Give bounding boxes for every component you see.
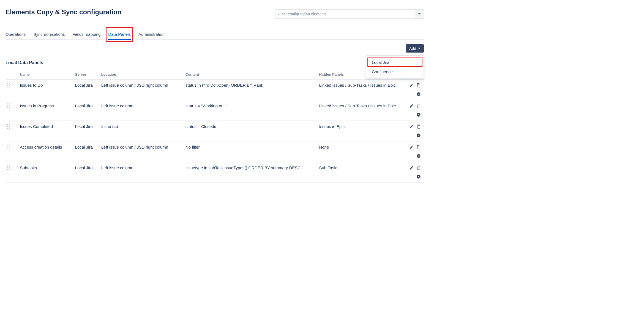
cell-content: issuetype in subTaskIssueTypes() ORDER B…	[183, 162, 316, 183]
edit-icon[interactable]	[409, 124, 414, 129]
add-menu-item-confluence[interactable]: Confluence	[368, 67, 422, 76]
tab-data-panels[interactable]: Data Panels	[108, 30, 131, 39]
drag-handle-icon[interactable]	[7, 165, 10, 170]
toolbar: Add Local JiraConfluence	[6, 44, 424, 53]
drag-handle-icon[interactable]	[7, 83, 10, 88]
remove-icon[interactable]	[416, 174, 421, 179]
cell-hidden: Linked issues / Sub-Tasks / Issues in Ep…	[316, 80, 403, 100]
copy-icon[interactable]	[416, 124, 421, 129]
cell-location: Left issue column	[99, 162, 183, 183]
tab-bar: OperationsSynchronisationsFields mapping…	[6, 30, 424, 40]
add-button-label: Add	[409, 46, 416, 51]
cell-location: Left issue column / JSD right column	[99, 80, 183, 100]
cell-hidden: Linked issues / Sub-Tasks / Issues in Ep…	[316, 100, 403, 121]
col-header-server: Server	[72, 70, 99, 80]
remove-icon[interactable]	[416, 154, 421, 158]
table-row: SubtasksLocal JiraLeft issue columnissue…	[6, 162, 424, 183]
remove-icon[interactable]	[416, 112, 421, 117]
add-button[interactable]: Add	[406, 44, 424, 53]
cell-server: Local Jira	[72, 121, 99, 141]
drag-handle-icon[interactable]	[7, 124, 10, 129]
cell-server: Local Jira	[72, 141, 99, 162]
cell-server: Local Jira	[72, 80, 99, 100]
page-header: Elements Copy & Sync configuration	[6, 7, 424, 19]
copy-icon[interactable]	[416, 165, 421, 170]
table-row: Issues to DoLocal JiraLeft issue column …	[6, 80, 424, 100]
cell-location: Left issue column / JSD right column	[99, 141, 183, 162]
edit-icon[interactable]	[409, 145, 414, 150]
cell-server: Local Jira	[72, 162, 99, 183]
col-header-handle	[6, 70, 17, 80]
tab-synchronisations[interactable]: Synchronisations	[33, 30, 65, 39]
add-menu-item-local-jira[interactable]: Local Jira	[368, 58, 422, 67]
caret-down-icon	[418, 13, 421, 15]
col-header-content: Content	[183, 70, 316, 80]
remove-icon[interactable]	[416, 133, 421, 138]
section-title: Local Data Panels	[6, 60, 424, 65]
drag-handle-icon[interactable]	[7, 145, 10, 150]
table-row: Issues in ProgressLocal JiraLeft issue c…	[6, 100, 424, 121]
cell-location: Issue tab	[99, 121, 183, 141]
tab-administration[interactable]: Administration	[138, 30, 165, 39]
add-dropdown-menu: Local JiraConfluence	[366, 55, 424, 79]
cell-content: status = Closedd	[183, 121, 316, 141]
tab-operations[interactable]: Operations	[6, 30, 26, 39]
col-header-name: Name	[17, 70, 72, 80]
cell-name: Issues Completed	[17, 121, 72, 141]
copy-icon[interactable]	[416, 83, 421, 88]
table-row: Access creation detailsLocal JiraLeft is…	[6, 141, 424, 162]
cell-name: Access creation details	[17, 141, 72, 162]
cell-name: Issues in Progress	[17, 100, 72, 121]
cell-name: Subtasks	[17, 162, 72, 183]
cell-server: Local Jira	[72, 100, 99, 121]
cell-content: No filter	[183, 141, 316, 162]
filter-wrapper	[275, 9, 424, 19]
drag-handle-icon[interactable]	[7, 103, 10, 108]
cell-location: Left issue column	[99, 100, 183, 121]
cell-hidden: Sub-Tasks	[316, 162, 403, 183]
cell-hidden: None	[316, 141, 403, 162]
edit-icon[interactable]	[409, 83, 414, 88]
cell-name: Issues to Do	[17, 80, 72, 100]
tab-fields-mapping[interactable]: Fields mapping	[73, 30, 101, 39]
copy-icon[interactable]	[416, 145, 421, 150]
cell-content: status in ("To Do",Open) ORDER BY Rank	[183, 80, 316, 100]
filter-dropdown-toggle[interactable]	[415, 9, 424, 19]
chevron-down-icon	[418, 48, 421, 49]
copy-icon[interactable]	[416, 103, 421, 108]
page-title: Elements Copy & Sync configuration	[6, 7, 121, 16]
cell-hidden: Issues in Epic	[316, 121, 403, 141]
filter-input[interactable]	[275, 9, 415, 19]
table-row: Issues CompletedLocal JiraIssue tabstatu…	[6, 121, 424, 141]
cell-content: status = "Working on it"	[183, 100, 316, 121]
edit-icon[interactable]	[409, 103, 414, 108]
col-header-location: Location	[99, 70, 183, 80]
data-panels-table: Name Server Location Content Hidden Pane…	[6, 70, 424, 183]
remove-icon[interactable]	[416, 92, 421, 97]
edit-icon[interactable]	[409, 165, 414, 170]
